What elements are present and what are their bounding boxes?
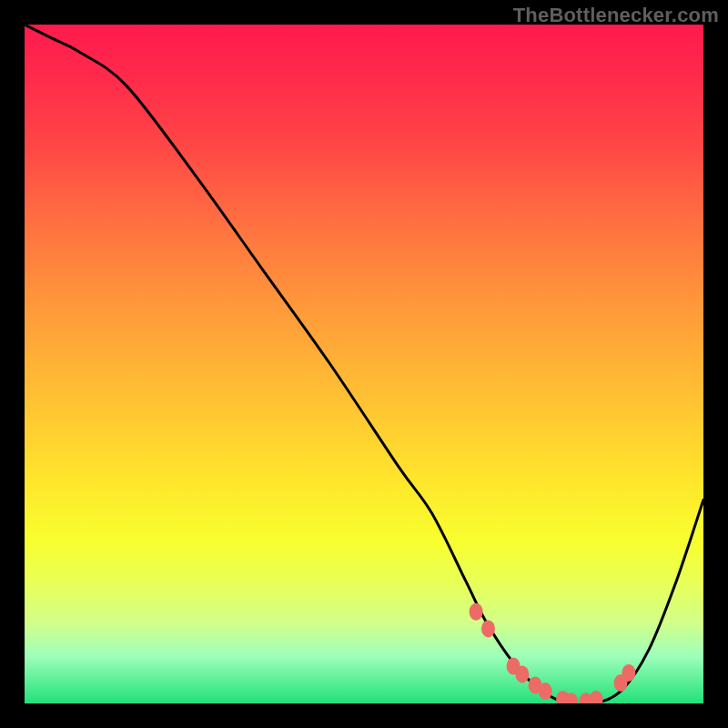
chart-frame: TheBottlenecker.com bbox=[0, 0, 728, 728]
optimal-dot bbox=[515, 665, 529, 682]
optimal-dot bbox=[539, 682, 552, 700]
optimal-range-dots bbox=[470, 603, 636, 703]
chart-svg bbox=[25, 25, 703, 703]
optimal-dot bbox=[470, 603, 483, 621]
bottleneck-curve-line bbox=[25, 25, 703, 703]
optimal-dot bbox=[622, 664, 635, 682]
chart-plot-area bbox=[25, 25, 703, 703]
optimal-dot bbox=[590, 691, 603, 703]
optimal-dot bbox=[481, 620, 495, 637]
watermark-text: TheBottlenecker.com bbox=[513, 4, 719, 27]
